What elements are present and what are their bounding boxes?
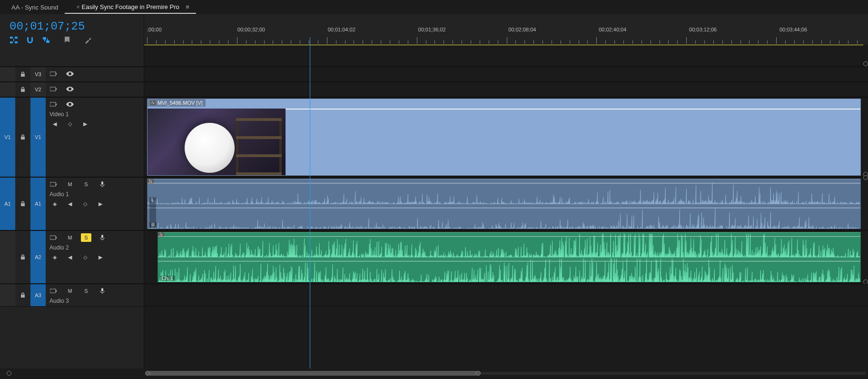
voiceover-mic-icon[interactable] xyxy=(97,180,108,189)
time-ruler-area[interactable]: ;00;0000;00;32;0000;01;04;0200;01;36;020… xyxy=(144,14,868,45)
panel-menu-icon[interactable]: ≡ xyxy=(186,3,189,10)
track-header-v3: V3 xyxy=(0,67,144,82)
sync-lock-icon[interactable] xyxy=(49,70,59,78)
mute-button[interactable]: M xyxy=(65,287,75,295)
timeline-toolbar xyxy=(0,34,144,44)
lock-toggle-v3[interactable] xyxy=(15,67,30,81)
svg-rect-9 xyxy=(50,72,56,76)
next-keyframe-icon[interactable]: ▶ xyxy=(95,199,106,208)
solo-button[interactable]: S xyxy=(81,287,91,295)
lock-toggle-v2[interactable] xyxy=(15,82,30,97)
sync-lock-icon[interactable] xyxy=(49,287,59,295)
sync-lock-icon[interactable] xyxy=(49,233,59,242)
zoom-handle-left-icon[interactable] xyxy=(7,371,11,376)
target-patch-v3[interactable]: V3 xyxy=(30,67,46,81)
playhead-timecode[interactable]: 00;01;07;25 xyxy=(0,14,144,34)
lock-toggle-a3[interactable] xyxy=(15,284,30,306)
lock-toggle-a1[interactable] xyxy=(15,178,30,230)
voiceover-mic-icon[interactable] xyxy=(97,233,108,242)
horizontal-zoom-scrollbar[interactable] xyxy=(0,369,868,378)
source-patch-v3[interactable] xyxy=(0,67,15,81)
add-keyframe-icon[interactable]: ◇ xyxy=(80,253,90,261)
audio-clip-a2[interactable]: fx Ch. 1 xyxy=(158,232,861,282)
nest-icon[interactable] xyxy=(10,36,18,44)
track-label: Audio 1 xyxy=(49,191,141,198)
voiceover-mic-icon[interactable] xyxy=(97,287,108,295)
time-ruler[interactable]: ;00;0000;00;32;0000;01;04;0200;01;36;020… xyxy=(144,27,863,44)
target-patch-a1[interactable]: A1 xyxy=(30,178,46,230)
target-patch-a3[interactable]: A3 xyxy=(30,284,46,306)
clip-content-area[interactable]: fx MVI_5496.MOV [V] fx L R fx xyxy=(144,45,868,369)
sequence-tab-active[interactable]: × Easily Sync Footage in Premire Pro ≡ xyxy=(65,0,196,14)
track-header-a1: A1 A1 M S Audio 1 ◈ ◀ ◇ ▶ xyxy=(0,177,144,230)
track-row-a3[interactable] xyxy=(144,284,868,307)
source-patch-v1[interactable]: V1 xyxy=(0,98,15,177)
track-row-v1[interactable]: fx MVI_5496.MOV [V] xyxy=(144,97,868,177)
ruler-label: 00;00;32;00 xyxy=(237,27,265,32)
track-row-v2[interactable] xyxy=(144,82,868,97)
svg-rect-18 xyxy=(50,236,56,239)
next-keyframe-icon[interactable]: ▶ xyxy=(80,120,90,128)
eye-icon[interactable] xyxy=(65,70,75,78)
mute-button[interactable]: M xyxy=(65,180,75,189)
target-patch-v1[interactable]: V1 xyxy=(30,98,46,177)
snap-icon[interactable] xyxy=(26,36,34,44)
zoom-handle-icon[interactable] xyxy=(145,371,150,376)
target-patch-v2[interactable]: V2 xyxy=(30,82,46,97)
keyframe-mode-icon[interactable]: ◈ xyxy=(49,253,60,261)
waveform-channel xyxy=(158,257,860,282)
svg-point-14 xyxy=(56,104,57,105)
linked-selection-icon[interactable] xyxy=(42,36,50,44)
sync-lock-icon[interactable] xyxy=(49,85,59,93)
svg-rect-13 xyxy=(50,102,56,106)
track-resize-handle-icon[interactable] xyxy=(863,175,868,180)
video-clip[interactable]: fx MVI_5496.MOV [V] xyxy=(147,99,861,176)
next-keyframe-icon[interactable]: ▶ xyxy=(95,253,106,261)
track-label: Audio 2 xyxy=(49,244,141,251)
ruler-label: 00;01;36;02 xyxy=(418,27,446,32)
scrollbar-thumb[interactable] xyxy=(148,371,478,376)
svg-rect-4 xyxy=(13,39,14,41)
keyframe-mode-icon[interactable]: ◈ xyxy=(49,199,60,208)
source-patch-a1[interactable]: A1 xyxy=(0,178,15,230)
markers-icon[interactable] xyxy=(63,36,71,44)
settings-wrench-icon[interactable] xyxy=(84,36,92,44)
solo-button[interactable]: S xyxy=(81,180,91,189)
track-label: Audio 3 xyxy=(49,298,141,304)
timeline-header: 00;01;07;25 ;00;0000;00;32;0000;01;04;02… xyxy=(0,14,868,45)
svg-point-10 xyxy=(56,73,57,75)
eye-icon[interactable] xyxy=(65,100,75,109)
source-patch-a3[interactable] xyxy=(0,284,15,306)
track-row-a1[interactable]: fx L R xyxy=(144,177,868,230)
zoom-handle-icon[interactable] xyxy=(476,371,481,376)
track-headers-column: V3 V2 V1 V1 xyxy=(0,45,144,369)
scrollbar-track[interactable] xyxy=(148,372,866,375)
fx-badge-icon[interactable]: fx xyxy=(150,100,156,105)
prev-keyframe-icon[interactable]: ◀ xyxy=(65,253,75,261)
sync-lock-icon[interactable] xyxy=(49,180,59,189)
prev-keyframe-icon[interactable]: ◀ xyxy=(65,199,75,208)
track-resize-handle-icon[interactable] xyxy=(863,61,868,66)
svg-point-22 xyxy=(56,290,57,292)
waveform-channel-r xyxy=(148,204,860,229)
close-icon[interactable]: × xyxy=(76,3,80,10)
clip-thumbnail xyxy=(148,109,286,175)
audio-clip-a1[interactable]: fx L R xyxy=(147,179,861,229)
source-patch-v2[interactable] xyxy=(0,82,15,97)
target-patch-a2[interactable]: A2 xyxy=(30,231,46,283)
mute-button[interactable]: M xyxy=(65,233,75,242)
source-patch-a2[interactable] xyxy=(0,231,15,283)
sequence-tab[interactable]: AA - Sync Sound xyxy=(5,1,65,13)
track-row-a2[interactable]: fx Ch. 1 xyxy=(144,230,868,284)
lock-toggle-v1[interactable] xyxy=(15,98,30,177)
track-row-v3[interactable] xyxy=(144,67,868,82)
add-keyframe-icon[interactable]: ◇ xyxy=(65,120,75,128)
sync-lock-icon[interactable] xyxy=(49,100,59,109)
eye-icon[interactable] xyxy=(65,85,75,93)
prev-keyframe-icon[interactable]: ◀ xyxy=(49,120,60,128)
sequence-tab-label: Easily Sync Footage in Premire Pro xyxy=(82,3,179,10)
track-header-v2: V2 xyxy=(0,82,144,97)
add-keyframe-icon[interactable]: ◇ xyxy=(80,199,90,208)
solo-button-active[interactable]: S xyxy=(81,233,91,242)
lock-toggle-a2[interactable] xyxy=(15,231,30,283)
